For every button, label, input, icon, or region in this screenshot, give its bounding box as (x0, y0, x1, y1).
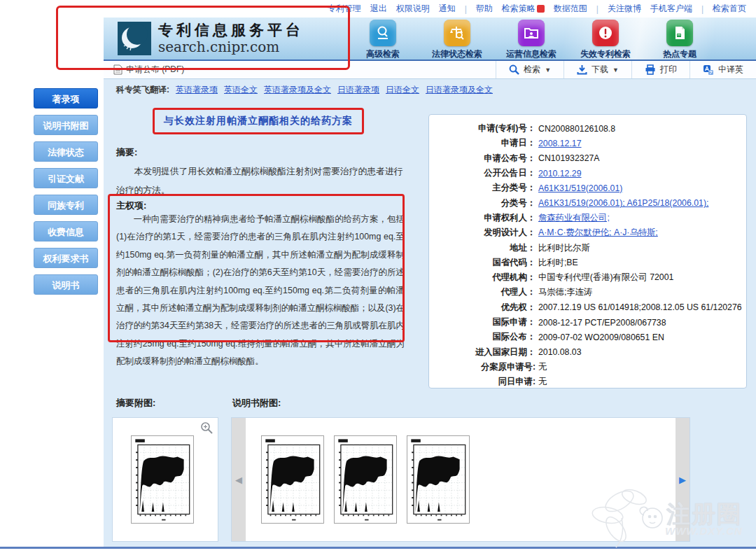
print-button-label: 打印 (660, 64, 677, 76)
quicknav-invalid-patent[interactable]: 失效专利检索 (575, 20, 636, 60)
sidebar-item-fee-info[interactable]: 收费信息 (34, 221, 98, 241)
detail-row: 国际公布：2009-07-02 WO2009/080651 EN (429, 330, 746, 344)
detail-label: 发明设计人： (429, 227, 536, 239)
detail-row: 主分类号：A61K31/519(2006.01) (429, 181, 746, 195)
nav-logout[interactable]: 退出 (370, 3, 387, 15)
detail-row: 申请公布号：CN101932327A (429, 151, 746, 166)
print-button[interactable]: 打印 (631, 61, 690, 78)
detail-row: 同日申请:无 (429, 374, 746, 389)
detail-label: 国际申请： (429, 316, 536, 328)
toolbar-actions: 检索 ▼ 下载 ▼ 打印 (496, 61, 756, 78)
download-icon (577, 64, 587, 75)
detail-value-link[interactable]: A61K31/519(2006.01); A61P25/18(2006.01); (538, 198, 708, 208)
translate-jp-biblio-fulltext[interactable]: 日语著录项及全文 (426, 84, 493, 96)
hot-topics-icon (671, 24, 688, 41)
detail-value: 无 (538, 361, 547, 373)
site-header: 专利信息服务平台 search.cnipr.com 高级检索 (104, 18, 756, 61)
sidebar-item-claims[interactable]: 权利要求书 (34, 248, 98, 268)
quicknav-hot-topics[interactable]: 热点专题 (650, 20, 710, 60)
detail-value: 比利时比尔斯 (538, 242, 590, 254)
detail-label: 公开公告日： (429, 167, 536, 179)
nav-search-home[interactable]: 检索首页 (713, 3, 746, 15)
detail-value: CN200880126108.8 (538, 124, 615, 134)
description-figure-thumbnail[interactable] (407, 430, 470, 528)
site-logo[interactable]: 专利信息服务平台 search.cnipr.com (118, 22, 304, 55)
detail-value-link[interactable]: 2010.12.29 (538, 169, 582, 178)
sidebar: 著录项 说明书附图 法律状态 引证文献 同族专利 收费信息 权利要求书 说明书 (34, 88, 98, 301)
quicknav-operation-info[interactable]: 运营信息检索 (501, 20, 561, 60)
machine-translation-row: 科专笑飞翻译: 英语著录项 英语全文 英语著录项及全文 日语著录项 日语全文 日… (116, 84, 493, 96)
quicknav-label: 高级检索 (366, 48, 400, 60)
detail-label: 申请公布号： (429, 153, 536, 164)
abstract-figure-thumbnail[interactable] (131, 430, 194, 528)
detail-row: 公开公告日：2010.12.29 (429, 166, 746, 181)
translate-en-fulltext[interactable]: 英语全文 (224, 84, 258, 96)
nav-permissions[interactable]: 权限说明 (396, 3, 430, 15)
search-icon (509, 64, 519, 75)
sidebar-item-cited-documents[interactable]: 引证文献 (34, 168, 98, 188)
nav-data-scope[interactable]: 数据范围 (554, 3, 587, 15)
logo-domain: search.cnipr.com (158, 38, 304, 55)
logo-title: 专利信息服务平台 (158, 22, 304, 38)
divider: | (596, 4, 598, 14)
pdf-publication-label: 申请公布 (PDF) (126, 64, 184, 76)
new-badge-icon (537, 5, 545, 13)
translate-button[interactable]: 中译英 (690, 61, 756, 78)
nav-search-strategy[interactable]: 检索策略 (502, 3, 545, 15)
detail-row: 申请日：2008.12.17 (429, 136, 746, 150)
detail-label: 代理人： (429, 286, 536, 298)
translate-button-label: 中译英 (718, 64, 743, 76)
download-button-label: 下载 (592, 64, 608, 76)
printer-icon (645, 64, 656, 75)
translate-en-biblio[interactable]: 英语著录项 (176, 84, 218, 96)
detail-value: 比利时;BE (538, 257, 578, 269)
quicknav-advanced-search[interactable]: 高级检索 (353, 20, 413, 60)
quicknav-label: 热点专题 (663, 48, 696, 60)
sidebar-item-legal-status[interactable]: 法律状态 (34, 141, 98, 162)
detail-value-link[interactable]: 2008.12.17 (538, 139, 582, 148)
sidebar-item-description[interactable]: 说明书 (34, 274, 98, 295)
nav-weibo[interactable]: 关注微博 (608, 3, 641, 15)
detail-value-link[interactable]: A·M·C·费尔默伊伦; A·J·乌特斯; (538, 227, 658, 239)
zoom-magnifier-icon[interactable] (200, 421, 214, 435)
nav-help[interactable]: 帮助 (476, 3, 493, 15)
detail-value: 2008-12-17 PCT/EP2008/067738 (538, 318, 666, 328)
translate-jp-biblio[interactable]: 日语著录项 (337, 84, 379, 96)
translate-en-biblio-fulltext[interactable]: 英语著录项及全文 (264, 84, 331, 96)
top-navigation: 专利管理 退出 权限说明 通知 | 帮助 检索策略 数据范围 | 关注微博 手机… (0, 0, 756, 18)
quick-search-nav: 高级检索 法律状态检索 (353, 20, 710, 60)
nav-notice[interactable]: 通知 (439, 3, 456, 15)
detail-label: 同日申请: (429, 376, 536, 388)
divider: | (465, 4, 467, 14)
pdf-document-icon (113, 64, 122, 75)
detail-value-link[interactable]: A61K31/519(2006.01) (538, 183, 622, 193)
download-button[interactable]: 下载 ▼ (564, 61, 631, 78)
abstract-text: 本发明提供了用长效帕潘立酮棕榈酸酯注射剂对需要治疗的患者进行治疗的方法。 (116, 162, 406, 200)
search-button[interactable]: 检索 ▼ (496, 61, 564, 78)
detail-row: 发明设计人：A·M·C·费尔默伊伦; A·J·乌特斯; (429, 225, 746, 240)
detail-label: 代理机构： (429, 272, 536, 284)
quicknav-legal-status[interactable]: 法律状态检索 (427, 20, 487, 60)
description-figures-carousel: ◀ ▶ (231, 417, 690, 542)
sidebar-item-patent-family[interactable]: 同族专利 (34, 195, 98, 215)
detail-row: 国际申请：2008-12-17 PCT/EP2008/067738 (429, 315, 746, 330)
description-figure-thumbnail[interactable] (334, 430, 397, 528)
carousel-next-button[interactable]: ▶ (676, 418, 690, 541)
detail-row: 代理人：马崇德;李连涛 (429, 285, 746, 300)
nav-mobile-client[interactable]: 手机客户端 (650, 3, 692, 15)
search-button-label: 检索 (524, 64, 540, 76)
advanced-search-icon (374, 24, 391, 41)
detail-row: 申请(专利)号：CN200880126108.8 (429, 121, 746, 136)
sidebar-item-bibliographic[interactable]: 著录项 (34, 88, 98, 108)
carousel-prev-button[interactable]: ◀ (232, 418, 246, 541)
patent-title: 与长效注射用帕潘立酮酯相关的给药方案 (164, 115, 353, 127)
translate-jp-fulltext[interactable]: 日语全文 (386, 84, 419, 96)
nav-patent-manage[interactable]: 专利管理 (328, 3, 361, 15)
detail-label: 申请(专利)号： (429, 122, 536, 134)
pdf-publication-link[interactable]: 申请公布 (PDF) (104, 64, 184, 76)
divider: | (701, 4, 704, 14)
sidebar-item-description-figures[interactable]: 说明书附图 (34, 115, 98, 135)
detail-value-link[interactable]: 詹森药业有限公司; (538, 212, 610, 224)
page-bottom-border (0, 547, 756, 549)
description-figure-thumbnail[interactable] (261, 430, 324, 528)
